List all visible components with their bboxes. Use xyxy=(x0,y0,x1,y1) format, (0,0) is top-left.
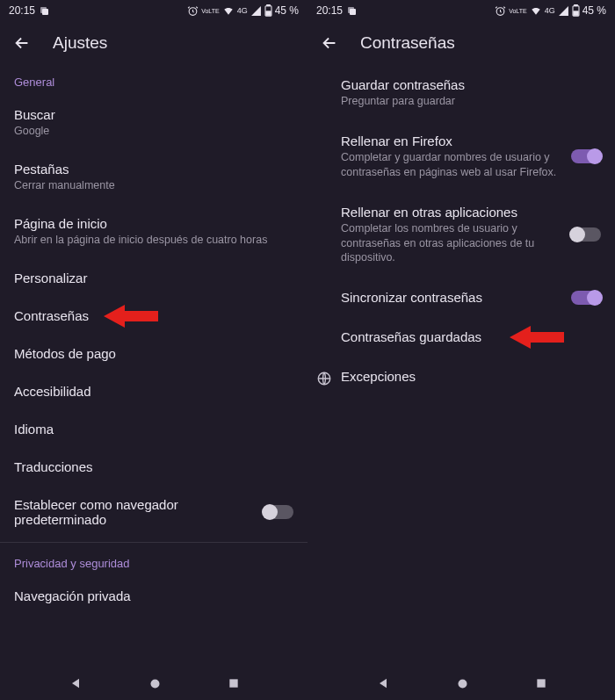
status-bar: 20:15 VoLTE 4G 45 % xyxy=(0,0,308,21)
signal-icon xyxy=(250,5,262,17)
item-customize[interactable]: Personalizar xyxy=(0,259,308,297)
nav-home[interactable] xyxy=(148,677,162,690)
toggle-autofill-other[interactable] xyxy=(571,227,601,242)
back-button[interactable] xyxy=(12,33,32,53)
item-payment[interactable]: Métodos de pago xyxy=(0,335,308,372)
page-title: Ajustes xyxy=(53,33,107,53)
battery-icon xyxy=(572,4,580,17)
page-title: Contraseñas xyxy=(360,33,455,53)
battery-pct: 45 % xyxy=(582,4,606,17)
signal-icon xyxy=(558,5,569,17)
globe-icon xyxy=(316,371,332,390)
nav-back[interactable] xyxy=(69,676,83,690)
back-button[interactable] xyxy=(320,33,339,53)
svg-rect-7 xyxy=(229,679,237,687)
item-default-browser[interactable]: Establecer como navegador predeterminado xyxy=(0,486,308,538)
app-icon xyxy=(39,5,49,16)
item-search[interactable]: Buscar Google xyxy=(0,96,308,150)
nav-home[interactable] xyxy=(456,677,469,690)
svg-point-15 xyxy=(458,679,467,688)
item-passwords[interactable]: Contraseñas xyxy=(0,297,308,335)
item-translations[interactable]: Traducciones xyxy=(0,448,308,486)
status-time: 20:15 xyxy=(9,4,35,17)
status-time: 20:15 xyxy=(316,4,343,17)
app-bar: Ajustes xyxy=(0,21,308,65)
svg-rect-5 xyxy=(266,11,271,15)
passwords-list[interactable]: Guardar contraseñas Preguntar para guard… xyxy=(308,65,615,667)
toggle-autofill-firefox[interactable] xyxy=(571,149,601,163)
battery-icon xyxy=(264,4,272,17)
settings-list[interactable]: General Buscar Google Pestañas Cerrar ma… xyxy=(0,65,308,667)
alarm-icon xyxy=(187,5,199,17)
svg-rect-13 xyxy=(574,11,578,15)
section-general: General xyxy=(0,65,308,96)
network-indicator: 4G xyxy=(237,6,248,15)
battery-pct: 45 % xyxy=(275,4,299,17)
item-exceptions[interactable]: Excepciones xyxy=(341,357,615,396)
app-bar: Contraseñas xyxy=(308,21,615,65)
divider xyxy=(0,542,308,543)
item-autofill-other[interactable]: Rellenar en otras aplicaciones Completar… xyxy=(341,192,615,278)
lte-indicator: VoLTE xyxy=(201,8,220,14)
item-accessibility[interactable]: Accesibilidad xyxy=(0,372,308,410)
network-indicator: 4G xyxy=(545,6,555,15)
svg-rect-12 xyxy=(574,4,577,6)
item-homepage[interactable]: Página de inicio Abrir en la página de i… xyxy=(0,205,308,259)
section-privacy: Privacidad y seguridad xyxy=(0,546,308,577)
svg-rect-9 xyxy=(350,9,356,15)
item-autofill-firefox[interactable]: Rellenar en Firefox Completar y guardar … xyxy=(341,121,615,192)
app-icon xyxy=(346,5,357,16)
alarm-icon xyxy=(495,5,506,17)
nav-bar xyxy=(0,667,308,700)
phone-left: 20:15 VoLTE 4G 45 % Ajustes General Busc… xyxy=(0,0,308,700)
item-sync-passwords[interactable]: Sincronizar contraseñas xyxy=(341,278,615,317)
item-tabs[interactable]: Pestañas Cerrar manualmente xyxy=(0,150,308,205)
status-bar: 20:15 VoLTE 4G 45 % xyxy=(308,0,615,21)
nav-recent[interactable] xyxy=(228,677,240,689)
toggle-sync-passwords[interactable] xyxy=(571,291,601,305)
nav-bar xyxy=(308,667,615,700)
lte-indicator: VoLTE xyxy=(509,8,527,14)
wifi-icon xyxy=(222,4,235,17)
nav-recent[interactable] xyxy=(535,677,547,689)
svg-rect-1 xyxy=(42,9,48,15)
item-save-passwords[interactable]: Guardar contraseñas Preguntar para guard… xyxy=(341,65,615,121)
svg-point-6 xyxy=(150,679,159,688)
svg-rect-16 xyxy=(537,679,545,687)
item-saved-passwords[interactable]: Contraseñas guardadas xyxy=(341,317,615,357)
wifi-icon xyxy=(530,4,542,17)
item-language[interactable]: Idioma xyxy=(0,410,308,448)
svg-rect-4 xyxy=(266,4,270,6)
phone-right: 20:15 VoLTE 4G 45 % Contraseñas Guardar … xyxy=(308,0,615,700)
item-private-browsing[interactable]: Navegación privada xyxy=(0,577,308,615)
toggle-default-browser[interactable] xyxy=(264,505,293,519)
nav-back[interactable] xyxy=(376,676,390,690)
